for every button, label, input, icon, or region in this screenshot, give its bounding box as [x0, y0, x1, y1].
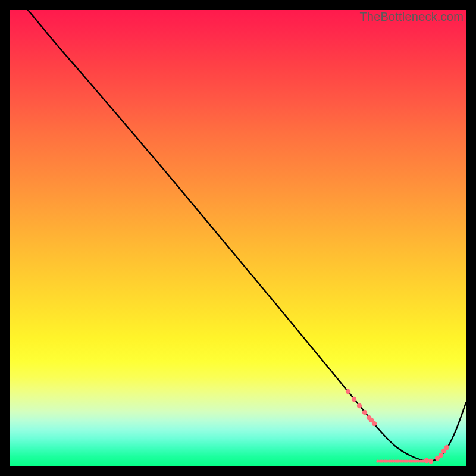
chart-svg	[10, 10, 466, 466]
baseline-dots	[376, 459, 427, 462]
highlight-dot	[357, 403, 362, 408]
highlight-dot	[372, 421, 377, 426]
highlight-dot	[352, 397, 356, 402]
highlight-dot	[428, 459, 433, 464]
highlight-dot	[444, 445, 449, 450]
highlight-dot	[362, 410, 367, 415]
chart-frame: TheBottleneck.com	[10, 10, 466, 466]
highlight-dot	[439, 453, 443, 458]
highlight-dot	[346, 389, 350, 394]
bottleneck-curve	[28, 10, 466, 461]
highlight-dots	[346, 389, 449, 464]
